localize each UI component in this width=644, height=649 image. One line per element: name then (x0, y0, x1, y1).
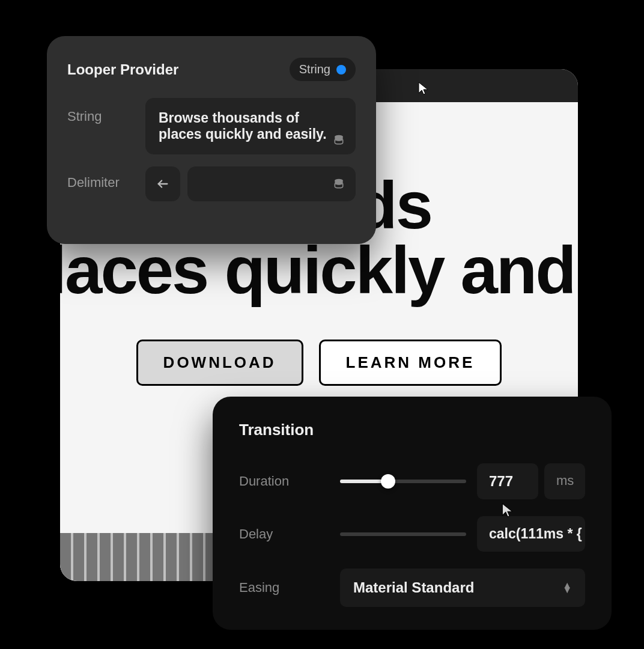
delay-slider[interactable] (340, 527, 466, 541)
duration-value: 777 (489, 473, 513, 489)
type-chip-label: String (299, 62, 330, 76)
delay-label: Delay (239, 526, 329, 542)
duration-slider[interactable] (340, 474, 466, 489)
status-dot-icon (336, 65, 346, 75)
duration-label: Duration (239, 474, 329, 489)
hero-button-row: DOWNLOAD LEARN MORE (60, 340, 578, 386)
duration-value-input[interactable]: 777 (477, 463, 538, 499)
download-button[interactable]: DOWNLOAD (136, 340, 303, 386)
cursor-icon (418, 81, 430, 96)
looper-title: Looper Provider (67, 61, 178, 78)
hero-line-2: laces quickly and ea (60, 236, 578, 305)
looper-provider-panel[interactable]: Looper Provider String String Browse tho… (47, 36, 376, 244)
transition-title: Transition (239, 421, 585, 439)
arrow-left-icon (156, 177, 169, 190)
delimiter-label: Delimiter (67, 166, 133, 190)
delay-value: calc(111ms * { (489, 526, 582, 541)
image-strip (60, 533, 222, 581)
delay-value-input[interactable]: calc(111ms * { (477, 516, 585, 552)
string-input[interactable]: Browse thousands of places quickly and e… (145, 98, 356, 154)
type-chip[interactable]: String (290, 58, 356, 81)
back-button[interactable] (145, 166, 180, 201)
easing-value: Material Standard (353, 579, 474, 596)
duration-unit: ms (544, 463, 585, 499)
easing-select[interactable]: Material Standard ▲▼ (340, 568, 585, 607)
transition-panel[interactable]: Transition Duration 777 ms Delay calc(11… (213, 397, 612, 630)
chevron-up-down-icon: ▲▼ (562, 583, 572, 593)
string-value: Browse thousands of places quickly and e… (159, 110, 327, 142)
easing-label: Easing (239, 580, 329, 596)
database-icon[interactable] (333, 178, 345, 190)
string-label: String (67, 98, 133, 124)
delimiter-input[interactable] (187, 166, 356, 201)
learn-more-button[interactable]: LEARN MORE (319, 340, 502, 386)
database-icon[interactable] (333, 134, 345, 146)
